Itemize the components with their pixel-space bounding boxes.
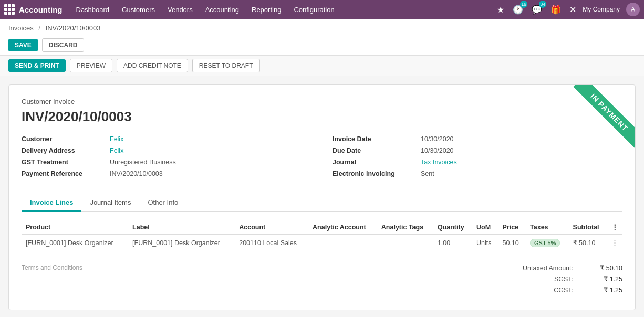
grid-icon [4,4,15,15]
cell-account: 200110 Local Sales [235,235,308,251]
terms-label: Terms and Conditions [22,264,467,271]
row-more-icon[interactable]: ⋮ [607,235,622,251]
col-taxes: Taxes [526,220,569,235]
clock-badge: 19 [520,1,527,8]
col-analytic-tags: Analytic Tags [377,220,433,235]
cell-analytic-account [308,235,377,251]
breadcrumb-current: INV/2020/10/0003 [46,24,101,32]
col-price: Price [498,220,526,235]
breadcrumb: Invoices / INV/2020/10/0003 [0,19,644,35]
fields-right: Invoice Date 10/30/2020 Due Date 10/30/2… [333,135,622,182]
breadcrumb-parent[interactable]: Invoices [8,24,34,32]
payment-ref-field: Payment Reference INV/2020/10/0003 [22,170,311,177]
col-subtotal: Subtotal [569,220,607,235]
breadcrumb-separator: / [38,24,40,32]
navbar-right: ★ 🕐 19 💬 34 🎁 ✕ My Company A [495,3,640,17]
save-button[interactable]: SAVE [8,39,38,51]
invoice-date-field: Invoice Date 10/30/2020 [333,135,622,143]
cell-analytic-tags [377,235,433,251]
company-name: My Company [583,6,620,13]
nav-reporting[interactable]: Reporting [246,3,286,17]
due-date-label: Due Date [333,147,417,154]
totals-section: Untaxed Amount: ₹ 50.10 SGST: ₹ 1.25 CGS… [475,264,622,297]
col-quantity: Quantity [433,220,472,235]
col-account: Account [235,220,308,235]
brand-name: Accounting [19,5,63,14]
main-content: IN PAYMENT Customer Invoice INV/2020/10/… [0,76,644,317]
cell-taxes: GST 5% [526,235,569,251]
invoice-type-label: Customer Invoice [22,98,622,105]
payment-ref-value: INV/2020/10/0003 [110,170,163,177]
cell-quantity: 1.00 [433,235,472,251]
due-date-field: Due Date 10/30/2020 [333,147,622,154]
avatar[interactable]: A [626,3,640,16]
tab-invoice-lines[interactable]: Invoice Lines [22,194,81,212]
gst-field: GST Treatment Unregistered Business [22,158,311,166]
col-analytic-account: Analytic Account [308,220,377,235]
close-icon-btn[interactable]: ✕ [567,3,578,17]
electronic-label: Electronic invoicing [333,170,417,177]
col-uom: UoM [472,220,498,235]
sgst-row: SGST: ₹ 1.25 [475,275,622,283]
journal-value[interactable]: Tax Invoices [421,158,457,166]
col-label: Label [128,220,235,235]
customer-label: Customer [22,135,106,143]
cell-price: 50.10 [498,235,526,251]
journal-label: Journal [333,158,417,166]
nav-dashboard[interactable]: Dashboard [71,3,115,17]
gst-label: GST Treatment [22,158,106,166]
customer-field: Customer Felix [22,135,311,143]
invoice-lines-table: Product Label Account Analytic Account A… [22,220,622,251]
terms-section: Terms and Conditions [22,264,467,297]
tab-journal-items[interactable]: Journal Items [81,194,139,212]
reset-to-draft-button[interactable]: RESET TO DRAFT [192,59,260,72]
invoice-tabs: Invoice Lines Journal Items Other Info [22,194,622,212]
table-row[interactable]: [FURN_0001] Desk Organizer [FURN_0001] D… [22,235,622,251]
invoice-number: INV/2020/10/0003 [22,109,622,125]
nav-vendors[interactable]: Vendors [162,3,198,17]
invoice-card: IN PAYMENT Customer Invoice INV/2020/10/… [8,84,636,310]
fields-left: Customer Felix Delivery Address Felix GS… [22,135,311,182]
cell-uom: Units [472,235,498,251]
payment-ref-label: Payment Reference [22,170,106,177]
col-more: ⋮ [607,220,622,235]
clock-icon-btn[interactable]: 🕐 19 [511,3,525,17]
tax-badge: GST 5% [530,239,560,247]
send-print-button[interactable]: SEND & PRINT [8,59,66,72]
delivery-value[interactable]: Felix [110,147,123,154]
electronic-field: Electronic invoicing Sent [333,170,622,177]
due-date-value: 10/30/2020 [421,147,454,154]
sgst-value: ₹ 1.25 [586,275,622,283]
col-product: Product [22,220,128,235]
navbar-brand[interactable]: Accounting [4,4,63,15]
cell-label: [FURN_0001] Desk Organizer [128,235,235,251]
gift-icon-btn[interactable]: 🎁 [548,3,563,17]
chat-icon-btn[interactable]: 💬 34 [529,3,544,17]
nav-customers[interactable]: Customers [117,3,160,17]
discard-button[interactable]: DISCARD [42,38,85,52]
nav-configuration[interactable]: Configuration [288,3,339,17]
customer-value[interactable]: Felix [110,135,123,143]
tab-other-info[interactable]: Other Info [139,194,186,212]
preview-button[interactable]: PREVIEW [70,59,112,72]
cgst-value: ₹ 1.25 [586,286,622,294]
sgst-label: SGST: [500,276,573,283]
add-credit-note-button[interactable]: ADD CREDIT NOTE [117,59,188,72]
cgst-row: CGST: ₹ 1.25 [475,286,622,294]
journal-field: Journal Tax Invoices [333,158,622,166]
untaxed-label: Untaxed Amount: [500,265,573,272]
cell-subtotal: ₹ 50.10 [569,235,607,251]
star-icon-btn[interactable]: ★ [495,3,506,17]
chat-badge: 34 [539,1,546,8]
invoice-fields: Customer Felix Delivery Address Felix GS… [22,135,622,182]
untaxed-value: ₹ 50.10 [586,264,622,272]
electronic-value: Sent [421,170,434,177]
secondary-bar: SEND & PRINT PREVIEW ADD CREDIT NOTE RES… [0,56,644,76]
cell-product: [FURN_0001] Desk Organizer [22,235,128,251]
action-bar: SAVE DISCARD [0,35,644,56]
untaxed-row: Untaxed Amount: ₹ 50.10 [475,264,622,272]
invoice-footer: Terms and Conditions Untaxed Amount: ₹ 5… [22,264,622,297]
terms-input[interactable] [22,274,378,284]
delivery-field: Delivery Address Felix [22,147,311,154]
nav-accounting[interactable]: Accounting [200,3,244,17]
